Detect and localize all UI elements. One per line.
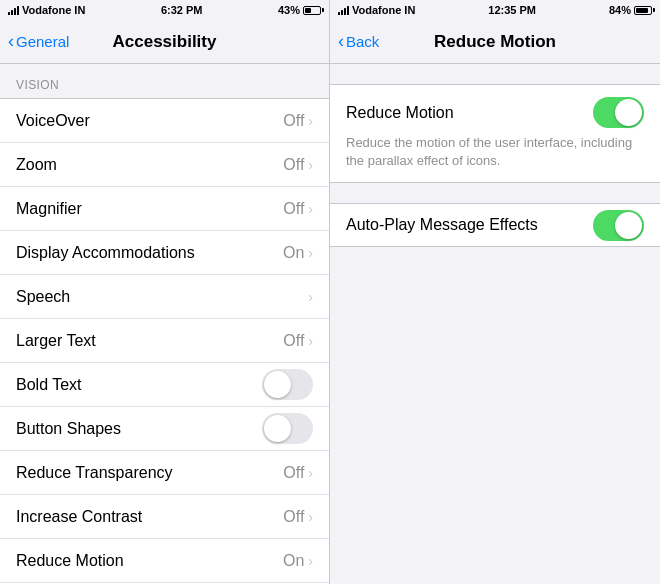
reduce-motion-value: On — [283, 552, 304, 570]
back-button[interactable]: ‹ Back — [338, 33, 379, 50]
zoom-item[interactable]: Zoom Off › — [0, 143, 329, 187]
left-status-left: Vodafone IN — [8, 4, 85, 16]
right-status-left: Vodafone IN — [338, 4, 415, 16]
reduce-motion-label: Reduce Motion — [16, 552, 283, 570]
bold-text-toggle[interactable] — [262, 369, 313, 400]
reduce-motion-setting-label: Reduce Motion — [346, 104, 454, 122]
magnifier-chevron: › — [308, 201, 313, 217]
display-accommodations-chevron: › — [308, 245, 313, 261]
battery-icon-left — [303, 6, 321, 15]
right-carrier-label: Vodafone IN — [352, 4, 415, 16]
back-chevron-icon: ‹ — [8, 32, 14, 50]
left-panel: Vodafone IN 6:32 PM 43% ‹ General Access… — [0, 0, 330, 584]
right-status-bar: Vodafone IN 12:35 PM 84% — [330, 0, 660, 20]
accessibility-list: VoiceOver Off › Zoom Off › Magnifier Off… — [0, 98, 329, 584]
reduce-motion-row: Reduce Motion — [346, 97, 644, 128]
larger-text-right: Off › — [283, 332, 313, 350]
button-shapes-toggle-thumb — [264, 415, 291, 442]
zoom-right: Off › — [283, 156, 313, 174]
increase-contrast-item[interactable]: Increase Contrast Off › — [0, 495, 329, 539]
reduce-transparency-chevron: › — [308, 465, 313, 481]
reduce-transparency-value: Off — [283, 464, 304, 482]
signal-icon — [8, 5, 19, 15]
right-back-chevron-icon: ‹ — [338, 32, 344, 50]
increase-contrast-right: Off › — [283, 508, 313, 526]
button-shapes-label: Button Shapes — [16, 420, 262, 438]
right-status-right: 84% — [609, 4, 652, 16]
button-shapes-toggle[interactable] — [262, 413, 313, 444]
speech-chevron: › — [308, 289, 313, 305]
left-time: 6:32 PM — [161, 4, 203, 16]
larger-text-chevron: › — [308, 333, 313, 349]
zoom-value: Off — [283, 156, 304, 174]
right-nav-bar: ‹ Back Reduce Motion — [330, 20, 660, 64]
auto-play-toggle-thumb — [615, 212, 642, 239]
voiceover-label: VoiceOver — [16, 112, 283, 130]
reduce-motion-chevron: › — [308, 553, 313, 569]
voiceover-value: Off — [283, 112, 304, 130]
left-nav-title: Accessibility — [113, 32, 217, 52]
left-nav-bar: ‹ General Accessibility — [0, 20, 329, 64]
reduce-motion-toggle-thumb — [615, 99, 642, 126]
right-signal-icon — [338, 5, 349, 15]
speech-right: › — [308, 289, 313, 305]
bold-text-item[interactable]: Bold Text — [0, 363, 329, 407]
increase-contrast-value: Off — [283, 508, 304, 526]
increase-contrast-label: Increase Contrast — [16, 508, 283, 526]
reduce-motion-description: Reduce the motion of the user interface,… — [346, 134, 644, 170]
display-accommodations-item[interactable]: Display Accommodations On › — [0, 231, 329, 275]
voiceover-chevron: › — [308, 113, 313, 129]
increase-contrast-chevron: › — [308, 509, 313, 525]
display-accommodations-right: On › — [283, 244, 313, 262]
vision-section-header: VISION — [0, 64, 329, 98]
left-scroll-area: VISION VoiceOver Off › Zoom Off › Magnif… — [0, 64, 329, 584]
speech-item[interactable]: Speech › — [0, 275, 329, 319]
zoom-chevron: › — [308, 157, 313, 173]
voiceover-item[interactable]: VoiceOver Off › — [0, 99, 329, 143]
larger-text-value: Off — [283, 332, 304, 350]
reduce-transparency-label: Reduce Transparency — [16, 464, 283, 482]
auto-play-toggle[interactable] — [593, 210, 644, 241]
general-back-button[interactable]: ‹ General — [8, 33, 69, 50]
larger-text-label: Larger Text — [16, 332, 283, 350]
display-accommodations-value: On — [283, 244, 304, 262]
magnifier-label: Magnifier — [16, 200, 283, 218]
reduce-transparency-item[interactable]: Reduce Transparency Off › — [0, 451, 329, 495]
speech-label: Speech — [16, 288, 308, 306]
right-back-label: Back — [346, 33, 379, 50]
auto-play-label: Auto-Play Message Effects — [346, 216, 538, 234]
right-content-area: Reduce Motion Reduce the motion of the u… — [330, 64, 660, 584]
right-nav-title: Reduce Motion — [434, 32, 556, 52]
reduce-motion-right: On › — [283, 552, 313, 570]
magnifier-value: Off — [283, 200, 304, 218]
magnifier-item[interactable]: Magnifier Off › — [0, 187, 329, 231]
right-panel: Vodafone IN 12:35 PM 84% ‹ Back Reduce M… — [330, 0, 660, 584]
magnifier-right: Off › — [283, 200, 313, 218]
bold-text-toggle-thumb — [264, 371, 291, 398]
reduce-motion-setting: Reduce Motion Reduce the motion of the u… — [330, 84, 660, 183]
battery-percent-left: 43% — [278, 4, 300, 16]
battery-icon-right — [634, 6, 652, 15]
reduce-motion-item[interactable]: Reduce Motion On › — [0, 539, 329, 583]
left-status-bar: Vodafone IN 6:32 PM 43% — [0, 0, 329, 20]
back-label: General — [16, 33, 69, 50]
left-status-right: 43% — [278, 4, 321, 16]
reduce-transparency-right: Off › — [283, 464, 313, 482]
larger-text-item[interactable]: Larger Text Off › — [0, 319, 329, 363]
voiceover-right: Off › — [283, 112, 313, 130]
zoom-label: Zoom — [16, 156, 283, 174]
display-accommodations-label: Display Accommodations — [16, 244, 283, 262]
right-time: 12:35 PM — [488, 4, 536, 16]
carrier-label: Vodafone IN — [22, 4, 85, 16]
reduce-motion-toggle[interactable] — [593, 97, 644, 128]
bold-text-label: Bold Text — [16, 376, 262, 394]
auto-play-setting: Auto-Play Message Effects — [330, 203, 660, 247]
button-shapes-item[interactable]: Button Shapes — [0, 407, 329, 451]
battery-percent-right: 84% — [609, 4, 631, 16]
